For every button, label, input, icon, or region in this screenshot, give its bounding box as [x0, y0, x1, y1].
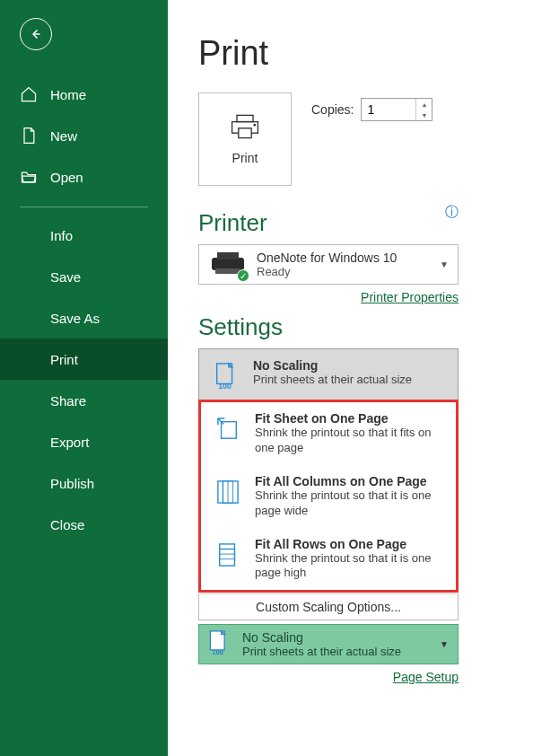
sidebar-item-export[interactable]: Export — [0, 421, 168, 462]
open-folder-icon — [20, 168, 38, 186]
sidebar-item-label: Export — [50, 435, 89, 450]
current-scaling-desc: Print sheets at their actual size — [242, 645, 401, 658]
svg-rect-4 — [212, 258, 244, 270]
printer-status: Ready — [257, 265, 397, 278]
scaling-option-desc: Shrink the printout so that it fits on o… — [255, 426, 445, 456]
sidebar-item-label: Home — [50, 87, 86, 102]
sidebar-item-info[interactable]: Info — [0, 215, 168, 256]
copies-input[interactable] — [362, 99, 415, 120]
printer-info-icon[interactable]: ⓘ — [445, 204, 459, 221]
chevron-down-icon: ▼ — [440, 639, 449, 649]
fit-rows-icon — [214, 541, 242, 569]
svg-rect-2 — [239, 128, 251, 138]
sidebar-item-new[interactable]: New — [0, 115, 168, 156]
scaling-option-desc: Print sheets at their actual size — [253, 373, 412, 388]
printer-device-icon: ✓ — [208, 251, 248, 278]
svg-point-3 — [253, 124, 256, 127]
copies-stepper[interactable]: ▲ ▼ — [361, 98, 433, 121]
scaling-dropdown[interactable]: 100 No Scaling Print sheets at their act… — [198, 624, 459, 664]
home-icon — [20, 85, 38, 103]
sidebar-item-share[interactable]: Share — [0, 380, 168, 421]
scaling-option-title: No Scaling — [253, 358, 412, 373]
fit-sheet-icon — [214, 415, 242, 444]
custom-scaling-button[interactable]: Custom Scaling Options... — [198, 593, 459, 620]
scaling-option-fit-sheet[interactable]: Fit Sheet on One Page Shrink the printou… — [201, 402, 456, 465]
custom-scaling-label: Custom Scaling Options... — [256, 600, 401, 614]
back-button[interactable] — [20, 18, 52, 50]
settings-heading: Settings — [198, 313, 533, 341]
chevron-down-icon: ▼ — [440, 259, 449, 269]
sidebar-item-home[interactable]: Home — [0, 74, 168, 115]
printer-icon — [229, 113, 261, 140]
printer-name: OneNote for Windows 10 — [257, 251, 397, 265]
sidebar-item-close[interactable]: Close — [0, 504, 168, 545]
copies-label: Copies: — [311, 102, 354, 117]
sidebar-item-print[interactable]: Print — [0, 338, 168, 380]
sidebar-item-label: Share — [50, 393, 86, 409]
scaling-option-title: Fit Sheet on One Page — [255, 411, 445, 426]
sidebar-item-label: Info — [50, 228, 73, 243]
sidebar-item-open[interactable]: Open — [0, 156, 168, 198]
sidebar-item-label: Print — [50, 352, 78, 367]
back-arrow-icon — [28, 26, 44, 42]
sidebar-item-publish[interactable]: Publish — [0, 462, 168, 504]
copies-spinner-down[interactable]: ▼ — [416, 110, 432, 120]
svg-rect-5 — [217, 252, 239, 259]
print-button[interactable]: Print — [198, 92, 292, 186]
scaling-option-no-scaling[interactable]: 100 No Scaling Print sheets at their act… — [198, 348, 459, 400]
scaling-option-desc: Shrink the printout so that it is one pa… — [255, 488, 445, 519]
page-100-icon: 100 — [212, 362, 240, 391]
page-title: Print — [198, 34, 533, 73]
sidebar-divider — [20, 207, 148, 207]
svg-rect-15 — [220, 549, 235, 566]
scaling-option-title: Fit All Columns on One Page — [255, 474, 445, 488]
svg-rect-11 — [223, 481, 238, 503]
printer-properties-link[interactable]: Printer Properties — [361, 290, 459, 304]
scaling-option-fit-rows[interactable]: Fit All Rows on One Page Shrink the prin… — [201, 528, 456, 591]
page-100-icon: 100 — [208, 630, 233, 658]
sidebar-item-save[interactable]: Save — [0, 256, 168, 297]
current-scaling-title: No Scaling — [242, 630, 401, 645]
fit-columns-icon — [214, 478, 242, 506]
printer-ready-check-icon: ✓ — [237, 269, 249, 282]
sidebar-item-label: New — [50, 128, 77, 144]
printer-dropdown[interactable]: ✓ OneNote for Windows 10 Ready ▼ — [198, 244, 459, 285]
new-file-icon — [20, 127, 38, 145]
print-button-label: Print — [232, 151, 258, 165]
svg-text:100: 100 — [212, 648, 224, 655]
sidebar-item-label: Open — [50, 170, 83, 185]
highlighted-scaling-options-group: Fit Sheet on One Page Shrink the printou… — [198, 400, 459, 593]
scaling-option-fit-columns[interactable]: Fit All Columns on One Page Shrink the p… — [201, 465, 456, 528]
sidebar-item-label: Save As — [50, 311, 100, 326]
svg-rect-0 — [237, 115, 253, 121]
sidebar-item-label: Close — [50, 517, 84, 532]
page-setup-link[interactable]: Page Setup — [393, 670, 459, 684]
scaling-option-title: Fit All Rows on One Page — [255, 537, 445, 551]
sidebar-item-save-as[interactable]: Save As — [0, 297, 168, 338]
svg-text:100: 100 — [219, 382, 232, 390]
sidebar-item-label: Save — [50, 269, 81, 285]
printer-heading: Printer — [198, 209, 267, 237]
scaling-option-desc: Shrink the printout so that it is one pa… — [255, 551, 445, 582]
sidebar-item-label: Publish — [50, 476, 94, 491]
copies-spinner-up[interactable]: ▲ — [416, 99, 432, 110]
